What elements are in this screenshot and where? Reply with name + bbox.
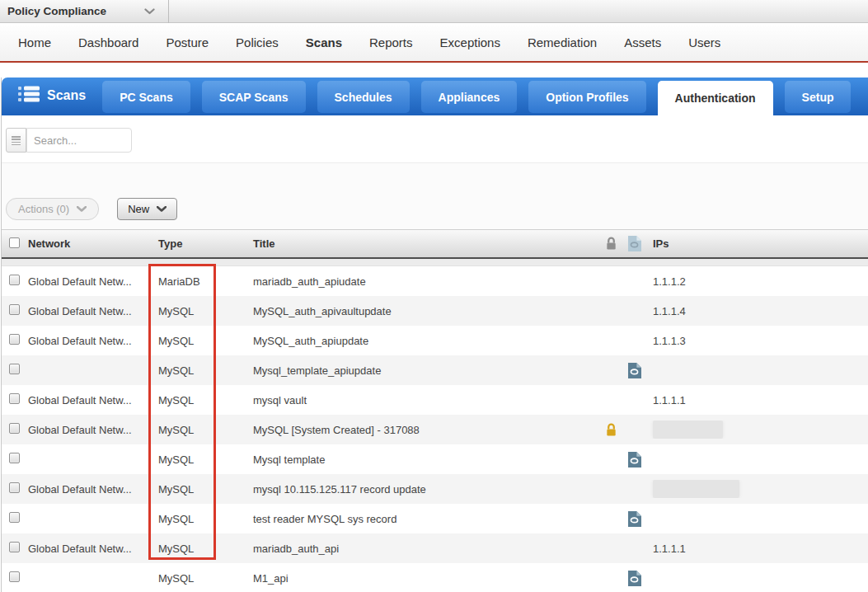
row-type: MySQL xyxy=(148,424,243,436)
tab-scap-scans[interactable]: SCAP Scans xyxy=(202,81,306,113)
row-checkbox[interactable] xyxy=(2,542,28,555)
nav-item-assets[interactable]: Assets xyxy=(624,35,661,49)
list-lines-icon xyxy=(12,136,21,145)
row-ips xyxy=(647,480,868,498)
nav-item-policies[interactable]: Policies xyxy=(236,35,279,49)
tab-setup[interactable]: Setup xyxy=(785,81,852,113)
row-type: MariaDB xyxy=(148,275,243,288)
nav-item-posture[interactable]: Posture xyxy=(166,35,209,49)
tab-appliances[interactable]: Appliances xyxy=(421,81,518,113)
page-frame: Scans PC Scans SCAP Scans Schedules Appl… xyxy=(1,78,868,592)
table-row[interactable]: MySQLMysql_template_apiupdate xyxy=(2,355,868,385)
table-row[interactable]: MySQLM1_api xyxy=(2,563,868,592)
main-navigation: Home Dashboard Posture Policies Scans Re… xyxy=(0,23,868,63)
auth-records-table-body: Global Default Netw...MariaDBmariadb_aut… xyxy=(2,266,868,592)
row-title[interactable]: MySQL_auth_apiupdate xyxy=(243,335,599,347)
row-checkbox[interactable] xyxy=(2,275,28,288)
column-header-title[interactable]: Title xyxy=(243,237,599,250)
table-row[interactable]: Global Default Netw...MySQLmariadb_auth_… xyxy=(2,533,868,563)
row-checkbox[interactable] xyxy=(2,482,28,496)
row-title[interactable]: Mysql template xyxy=(243,453,599,466)
table-row[interactable]: MySQLtest reader MYSQL sys record xyxy=(2,504,868,533)
auth-records-table: Network Type Title IPs Global Default Ne… xyxy=(2,229,868,592)
row-title[interactable]: MySQL_auth_apivaultupdate xyxy=(243,305,599,317)
list-view-button[interactable] xyxy=(6,128,26,153)
lock-icon xyxy=(605,423,617,437)
tab-option-profiles[interactable]: Option Profiles xyxy=(528,81,645,113)
row-title[interactable]: mysql vault xyxy=(243,394,599,406)
row-title[interactable]: M1_api xyxy=(243,572,599,585)
actions-dropdown-button[interactable]: Actions (0) xyxy=(6,198,99,220)
document-icon xyxy=(628,363,641,378)
redacted-ip-block xyxy=(653,480,739,498)
spacer xyxy=(0,63,868,78)
row-checkbox[interactable] xyxy=(2,453,28,466)
row-title[interactable]: Mysql_template_apiupdate xyxy=(243,364,599,377)
table-row[interactable]: Global Default Netw...MySQLMySQL_auth_ap… xyxy=(2,326,868,355)
row-title[interactable]: mariadb_auth_api xyxy=(243,543,599,555)
column-header-lock lock-icon xyxy=(599,237,622,251)
row-type: MySQL xyxy=(148,335,243,347)
table-header-row: Network Type Title IPs xyxy=(2,229,868,259)
row-ips: 1.1.1.1 xyxy=(647,543,868,555)
select-all-checkbox[interactable] xyxy=(2,237,28,251)
row-type: MySQL xyxy=(148,543,243,555)
section-title: Scans xyxy=(47,88,86,103)
row-checkbox[interactable] xyxy=(2,304,28,317)
nav-item-reports[interactable]: Reports xyxy=(369,35,413,49)
scans-subnav: Scans PC Scans SCAP Scans Schedules Appl… xyxy=(2,78,868,115)
row-network: Global Default Netw... xyxy=(28,424,148,436)
nav-item-users[interactable]: Users xyxy=(688,35,720,49)
row-lock-cell xyxy=(599,423,622,437)
nav-item-scans[interactable]: Scans xyxy=(306,35,342,49)
document-icon xyxy=(628,571,641,586)
row-checkbox[interactable] xyxy=(2,423,28,436)
nav-item-dashboard[interactable]: Dashboard xyxy=(78,35,138,49)
column-header-type[interactable]: Type xyxy=(148,237,243,250)
tab-pc-scans[interactable]: PC Scans xyxy=(102,81,190,113)
nav-item-exceptions[interactable]: Exceptions xyxy=(440,35,500,49)
row-type: MySQL xyxy=(148,513,243,525)
tab-authentication[interactable]: Authentication xyxy=(658,81,773,115)
top-module-bar: Policy Compliance xyxy=(0,0,868,23)
row-title[interactable]: MySQL [System Created] - 317088 xyxy=(243,424,599,436)
table-spacer-row xyxy=(2,259,868,266)
nav-item-home[interactable]: Home xyxy=(18,35,51,49)
actions-button-label: Actions (0) xyxy=(18,203,69,215)
row-checkbox[interactable] xyxy=(2,393,28,406)
row-type: MySQL xyxy=(148,305,243,317)
row-checkbox[interactable] xyxy=(2,512,28,525)
chevron-down-icon[interactable] xyxy=(144,8,155,15)
row-checkbox[interactable] xyxy=(2,364,28,377)
table-row[interactable]: Global Default Netw...MySQLmysql vault1.… xyxy=(2,385,868,415)
row-network: Global Default Netw... xyxy=(28,335,148,347)
row-title[interactable]: mariadb_auth_apiudate xyxy=(243,275,599,288)
tab-schedules[interactable]: Schedules xyxy=(317,81,410,113)
row-checkbox[interactable] xyxy=(2,334,28,347)
row-network: Global Default Netw... xyxy=(28,543,148,555)
search-bar xyxy=(2,115,868,163)
row-type: MySQL xyxy=(148,364,243,377)
search-input[interactable] xyxy=(26,128,132,153)
row-ips: 1.1.1.4 xyxy=(647,305,868,317)
table-row[interactable]: Global Default Netw...MySQLmysql 10.115.… xyxy=(2,474,868,504)
table-row[interactable]: Global Default Netw...MySQLMySQL_auth_ap… xyxy=(2,296,868,326)
column-header-network[interactable]: Network xyxy=(28,237,148,250)
row-record-cell xyxy=(622,571,647,586)
table-row[interactable]: Global Default Netw...MariaDBmariadb_aut… xyxy=(2,266,868,296)
module-selector-label[interactable]: Policy Compliance xyxy=(0,5,106,17)
row-type: MySQL xyxy=(148,572,243,585)
row-network: Global Default Netw... xyxy=(28,275,148,288)
column-header-ips[interactable]: IPs xyxy=(647,237,868,250)
new-dropdown-button[interactable]: New xyxy=(117,198,177,220)
chevron-down-icon xyxy=(77,206,87,212)
row-ips: 1.1.1.3 xyxy=(647,335,868,347)
table-row[interactable]: Global Default Netw...MySQLMySQL [System… xyxy=(2,415,868,444)
document-icon xyxy=(628,452,641,467)
table-row[interactable]: MySQLMysql template xyxy=(2,444,868,474)
row-checkbox[interactable] xyxy=(2,571,28,585)
row-title[interactable]: mysql 10.115.125.117 record update xyxy=(243,483,599,496)
toolbar: Actions (0) New xyxy=(2,163,868,229)
row-title[interactable]: test reader MYSQL sys record xyxy=(243,513,599,525)
nav-item-remediation[interactable]: Remediation xyxy=(528,35,597,49)
